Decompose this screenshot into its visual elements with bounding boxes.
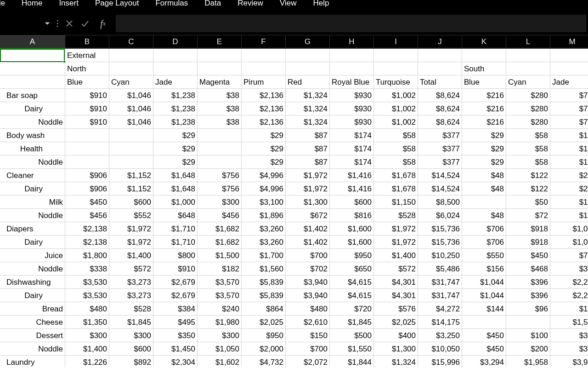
cell[interactable]: $930 (330, 89, 374, 102)
cell[interactable] (198, 155, 242, 168)
cell[interactable]: $4,996 (242, 169, 286, 182)
cell[interactable]: $1,600 (330, 222, 374, 235)
column-header-I[interactable]: I (374, 35, 418, 48)
cell[interactable] (550, 49, 588, 62)
column-header-J[interactable]: J (418, 35, 462, 48)
cell[interactable]: $15,736 (418, 236, 462, 248)
cell[interactable]: $11 (550, 155, 588, 168)
cell[interactable]: $910 (65, 115, 109, 128)
cell[interactable]: $468 (506, 262, 550, 275)
cell[interactable]: $216 (462, 102, 506, 115)
cell[interactable]: $14,175 (418, 316, 462, 328)
row-label[interactable] (0, 49, 65, 62)
column-header-G[interactable]: G (286, 35, 330, 48)
cell[interactable]: $702 (286, 262, 330, 275)
cell[interactable] (286, 62, 330, 75)
cell[interactable]: $600 (109, 196, 153, 208)
row-label[interactable]: Dairy (0, 102, 65, 115)
cell[interactable]: $29 (462, 142, 506, 155)
cell[interactable]: $1,402 (286, 222, 330, 235)
cell[interactable]: $300 (198, 329, 242, 342)
cell[interactable]: $576 (374, 302, 418, 315)
cell[interactable]: $1,044 (462, 289, 506, 302)
cell[interactable]: $2,072 (286, 356, 330, 367)
cell[interactable]: $1,845 (330, 316, 374, 328)
cell[interactable]: $280 (506, 102, 550, 115)
cell[interactable]: $1,324 (286, 89, 330, 102)
cell[interactable]: $280 (506, 115, 550, 128)
cell[interactable]: $384 (153, 302, 198, 315)
cell[interactable]: $122 (506, 182, 550, 195)
cell[interactable]: $3,100 (242, 196, 286, 208)
cell[interactable]: $4,615 (330, 276, 374, 288)
cell[interactable]: $1,300 (286, 196, 330, 208)
cell[interactable]: $706 (462, 222, 506, 235)
cell[interactable] (330, 62, 374, 75)
cell[interactable]: $1,710 (153, 236, 198, 248)
row-label[interactable]: Bread (0, 302, 65, 315)
cell[interactable]: $480 (65, 302, 109, 315)
row-label[interactable]: Body wash (0, 129, 65, 142)
cell[interactable] (198, 142, 242, 155)
cell[interactable]: $38 (198, 102, 242, 115)
column-header-L[interactable]: L (506, 35, 550, 48)
cell[interactable]: $3,570 (198, 276, 242, 288)
cell[interactable]: $48 (462, 169, 506, 182)
row-label[interactable]: Cleaner (0, 169, 65, 182)
row-label[interactable]: Dairy (0, 236, 65, 248)
cell[interactable] (506, 49, 550, 62)
cell[interactable]: $396 (506, 276, 550, 288)
ribbon-tab-view[interactable]: View (271, 0, 305, 6)
cell[interactable]: $950 (242, 329, 286, 342)
cell[interactable]: $1,682 (198, 222, 242, 235)
cell[interactable]: $1,972 (286, 169, 330, 182)
column-header-D[interactable]: D (153, 35, 198, 48)
cell[interactable]: $29 (242, 142, 286, 155)
cell[interactable]: $174 (330, 155, 374, 168)
cell[interactable]: $3,570 (198, 289, 242, 302)
cell[interactable]: $8,624 (418, 102, 462, 115)
cell[interactable]: Pirum (242, 75, 286, 88)
cell[interactable]: $1,800 (65, 249, 109, 262)
cell[interactable] (374, 49, 418, 62)
cell[interactable]: $14,524 (418, 182, 462, 195)
cell[interactable]: $5,486 (418, 262, 462, 275)
cell[interactable]: $3,260 (242, 236, 286, 248)
cell[interactable]: $1,238 (153, 102, 198, 115)
cell[interactable]: $1,844 (330, 356, 374, 367)
cell[interactable] (109, 142, 153, 155)
cell[interactable]: $377 (418, 129, 462, 142)
column-header-A[interactable]: A (0, 35, 65, 49)
cell[interactable]: $1,958 (506, 356, 550, 367)
column-header-C[interactable]: C (109, 35, 153, 48)
cell[interactable]: Blue (65, 75, 109, 88)
cell[interactable]: $1,550 (330, 342, 374, 355)
cell[interactable]: $1,400 (374, 249, 418, 262)
cell[interactable]: $12 (550, 209, 588, 222)
cell[interactable]: $87 (286, 129, 330, 142)
cell[interactable]: $22 (550, 169, 588, 182)
cell[interactable]: Jade (153, 75, 198, 88)
cell[interactable]: $1,002 (374, 89, 418, 102)
cell[interactable]: Red (286, 75, 330, 88)
cell[interactable]: $300 (65, 329, 109, 342)
cell[interactable]: $3,530 (65, 289, 109, 302)
row-label[interactable] (0, 75, 65, 88)
cell[interactable]: $800 (153, 249, 198, 262)
cell[interactable]: $338 (65, 262, 109, 275)
cell[interactable]: $2,025 (242, 316, 286, 328)
cell[interactable]: Turquoise (374, 75, 418, 88)
cell[interactable]: $450 (506, 249, 550, 262)
cell[interactable]: $11 (550, 129, 588, 142)
cell[interactable]: $58 (506, 142, 550, 155)
row-label[interactable]: Noddle (0, 262, 65, 275)
cell[interactable]: $2,679 (153, 289, 198, 302)
cell[interactable]: $14,524 (418, 169, 462, 182)
cell[interactable]: $4,615 (330, 289, 374, 302)
cell[interactable]: $910 (65, 89, 109, 102)
cell[interactable]: $756 (198, 182, 242, 195)
cell[interactable]: $1,972 (109, 236, 153, 248)
cell[interactable]: $930 (330, 102, 374, 115)
cell[interactable]: $174 (330, 142, 374, 155)
cancel-icon[interactable] (64, 18, 74, 29)
